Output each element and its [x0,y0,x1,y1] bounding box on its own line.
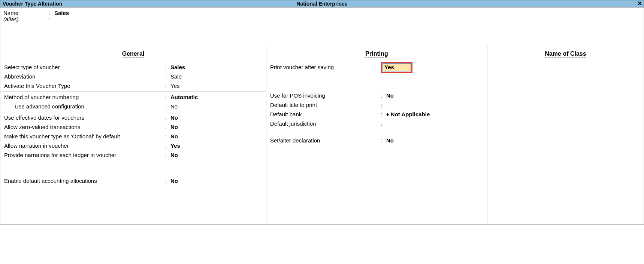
print-after-row: Print voucher after saving Yes [270,60,483,74]
divider [0,112,266,112]
main-columns: General Select type of voucher : Sales A… [0,45,644,225]
default-bank-value[interactable]: ♦ Not Applicable [386,111,430,117]
name-value[interactable]: Sales [54,10,69,16]
declaration-value[interactable]: No [386,137,394,144]
jurisdiction-row: Default jurisdiction : [270,119,483,128]
divider [0,91,266,92]
declaration-row: Set/alter declaration : No [270,136,483,145]
zero-value[interactable]: No [170,124,178,130]
advconfig-row: Use advanced configuration : No [4,102,262,111]
screen-title: Voucher Type Alteration [0,1,62,7]
zero-row: Allow zero-valued transactions : No [4,122,262,132]
printing-title: Printing [270,50,483,57]
general-column: General Select type of voucher : Sales A… [0,45,266,224]
select-type-value[interactable]: Sales [170,64,185,70]
effdates-value[interactable]: No [170,114,178,121]
printing-column: Printing Print voucher after saving Yes … [266,45,487,224]
advconfig-value[interactable]: No [170,103,178,110]
activate-row: Activate this Voucher Type : Yes [4,81,262,90]
narration-value[interactable]: Yes [170,142,180,149]
numbering-row: Method of voucher numbering : Automatic [4,92,262,102]
abbreviation-row: Abbreviation : Sale [4,72,262,81]
numbering-value[interactable]: Automatic [170,94,198,100]
select-type-row: Select type of voucher : Sales [4,62,262,72]
general-title: General [4,50,262,57]
activate-value[interactable]: Yes [170,83,179,89]
default-title-row: Default title to print : [270,100,483,110]
pos-value[interactable]: No [386,92,394,99]
optional-row: Make this voucher type as 'Optional' by … [4,132,262,141]
alloc-value[interactable]: No [170,178,178,184]
optional-value[interactable]: No [170,133,178,139]
alloc-row: Enable default accounting allocations : … [4,176,262,185]
class-title: Name of Class [491,50,640,57]
class-column: Name of Class [487,45,644,224]
narration-each-value[interactable]: No [170,152,178,158]
narration-row: Allow narration in voucher : Yes [4,141,262,150]
close-icon[interactable]: ✕ [637,0,642,7]
print-after-highlight: Yes [381,62,412,73]
print-after-value[interactable]: Yes [383,63,411,71]
abbreviation-value[interactable]: Sale [170,73,182,80]
alias-label: (alias) [3,16,48,22]
narration-each-row: Provide narrations for each ledger in vo… [4,150,262,160]
name-label: Name [3,10,48,16]
voucher-header: Name : Sales (alias) : [0,7,644,45]
company-name: National Enterprises [296,1,347,7]
default-bank-row: Default bank : ♦ Not Applicable [270,110,483,119]
effdates-row: Use effective dates for vouchers : No [4,113,262,122]
title-bar: Voucher Type Alteration National Enterpr… [0,0,644,7]
pos-row: Use for POS invoicing : No [270,91,483,100]
